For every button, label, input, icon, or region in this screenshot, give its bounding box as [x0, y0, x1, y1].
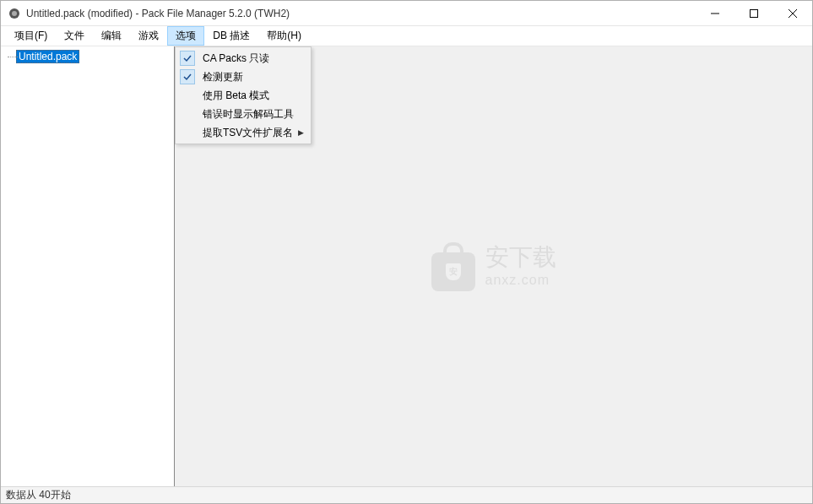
dropdown-item-tsv-ext[interactable]: 提取TSV文件扩展名 ▶	[177, 123, 309, 142]
options-dropdown: CA Packs 只读 检测更新 使用 Beta 模式 错误时显示解码工具 提取…	[175, 46, 312, 144]
close-button[interactable]	[773, 1, 812, 25]
checkmark-icon	[177, 68, 198, 86]
window-title: Untitled.pack (modified) - Pack File Man…	[26, 8, 696, 19]
tree-root-node[interactable]: Untitled.pack	[4, 50, 171, 63]
statusbar: 数据从 40开始	[1, 486, 812, 503]
menu-db-desc[interactable]: DB 描述	[204, 26, 258, 46]
dropdown-label: 使用 Beta 模式	[198, 89, 269, 103]
maximize-button[interactable]	[734, 1, 773, 25]
checkmark-spacer	[177, 105, 198, 123]
minimize-icon	[711, 9, 719, 18]
titlebar: Untitled.pack (modified) - Pack File Man…	[1, 1, 812, 26]
tree-connector-icon	[8, 57, 18, 57]
menu-label: DB 描述	[213, 29, 250, 43]
status-text: 数据从 40开始	[6, 488, 71, 502]
menu-label: 文件	[64, 29, 84, 43]
watermark: 安 安下载 anxz.com	[431, 242, 556, 291]
menu-game[interactable]: 游戏	[130, 26, 167, 46]
checkmark-icon	[177, 49, 198, 68]
menubar: 项目(F) 文件 编辑 游戏 选项 DB 描述 帮助(H) CA Packs 只…	[1, 26, 812, 46]
watermark-text: 安下载 anxz.com	[485, 246, 556, 288]
watermark-en: anxz.com	[485, 273, 556, 288]
menu-file[interactable]: 文件	[56, 26, 93, 46]
dropdown-label: 检测更新	[198, 70, 243, 84]
svg-rect-3	[751, 9, 758, 17]
menu-label: 选项	[176, 29, 196, 43]
menu-edit[interactable]: 编辑	[93, 26, 130, 46]
tree-panel[interactable]: Untitled.pack	[1, 46, 175, 486]
watermark-bag-icon: 安	[431, 242, 475, 291]
dropdown-label: CA Packs 只读	[198, 51, 269, 66]
dropdown-item-check-updates[interactable]: 检测更新	[177, 68, 309, 86]
maximize-icon	[750, 9, 758, 18]
close-icon	[789, 9, 797, 18]
dropdown-label: 错误时显示解码工具	[198, 107, 294, 122]
menu-options[interactable]: 选项	[167, 26, 204, 46]
tree-root-label: Untitled.pack	[16, 50, 79, 63]
dropdown-item-beta-mode[interactable]: 使用 Beta 模式	[177, 86, 309, 105]
checkmark-spacer	[177, 86, 198, 105]
content-area: Untitled.pack 安 安下载 anxz.com	[1, 46, 812, 486]
checkmark-spacer	[177, 123, 198, 142]
menu-help[interactable]: 帮助(H)	[258, 26, 310, 46]
menu-label: 帮助(H)	[267, 29, 301, 43]
watermark-cn: 安下载	[485, 246, 556, 269]
menu-label: 游戏	[138, 29, 159, 43]
dropdown-item-ca-packs-readonly[interactable]: CA Packs 只读	[177, 49, 309, 68]
dropdown-label: 提取TSV文件扩展名	[198, 126, 293, 140]
minimize-button[interactable]	[696, 1, 734, 25]
svg-point-1	[12, 11, 17, 16]
menu-label: 编辑	[101, 29, 122, 43]
menu-label: 项目(F)	[14, 29, 47, 43]
dropdown-item-show-decoder[interactable]: 错误时显示解码工具	[177, 105, 309, 123]
window-controls	[696, 1, 812, 25]
submenu-arrow-icon: ▶	[298, 128, 304, 137]
menu-project[interactable]: 项目(F)	[6, 26, 56, 46]
app-icon	[8, 7, 21, 20]
